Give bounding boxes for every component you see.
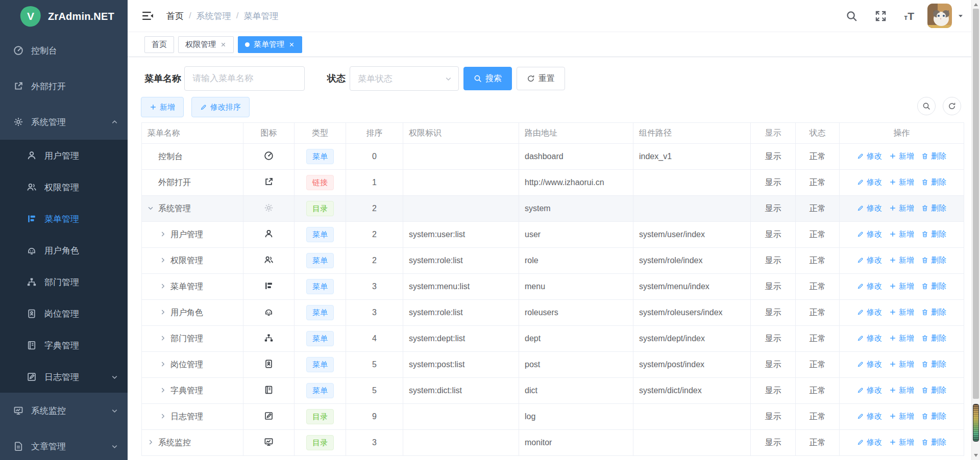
type-tag: 链接	[306, 175, 334, 190]
table-row[interactable]: 字典管理菜单5system:dict:listdictsystem/dict/i…	[142, 378, 964, 404]
delete-link[interactable]: 删除	[921, 386, 946, 395]
add-link[interactable]: 新增	[889, 255, 914, 265]
chevron-right-icon[interactable]	[159, 283, 170, 290]
sidebar-item-log-edit[interactable]: 日志管理	[0, 361, 128, 393]
add-link[interactable]: 新增	[889, 334, 914, 343]
table-row[interactable]: 日志管理目录9log显示正常修改新增删除	[142, 404, 964, 430]
search-button[interactable]: 搜索	[463, 67, 512, 90]
add-link[interactable]: 新增	[889, 386, 914, 395]
delete-link[interactable]: 删除	[921, 438, 946, 447]
sidebar-item-menu-tree[interactable]: 菜单管理	[0, 203, 128, 235]
chevron-right-icon[interactable]	[159, 413, 170, 420]
table-row[interactable]: 权限管理菜单2system:role:listrolesystem/role/i…	[142, 248, 964, 274]
table-row[interactable]: 用户角色菜单3system:role:listroleuserssystem/r…	[142, 300, 964, 326]
edit-link[interactable]: 修改	[857, 386, 882, 395]
table-row[interactable]: 部门管理菜单4system:dept:listdeptsystem/dept/i…	[142, 326, 964, 352]
sidebar-item-gear[interactable]: 系统管理	[0, 104, 128, 140]
sidebar-item-badge[interactable]: 岗位管理	[0, 298, 128, 329]
sidebar-item-robot[interactable]: 用户角色	[0, 235, 128, 266]
chevron-right-icon[interactable]	[147, 439, 158, 446]
delete-link[interactable]: 删除	[921, 334, 946, 343]
sidebar-collapse-icon[interactable]	[141, 10, 154, 21]
delete-link[interactable]: 删除	[921, 177, 946, 187]
sidebar-item-article[interactable]: 文章管理	[0, 428, 128, 460]
edit-link[interactable]: 修改	[857, 255, 882, 265]
delete-link[interactable]: 删除	[921, 229, 946, 239]
scroll-up-arrow-icon[interactable]	[974, 3, 978, 6]
table-row[interactable]: 菜单管理菜单3system:menu:listmenusystem/menu/i…	[142, 274, 964, 300]
delete-link[interactable]: 删除	[921, 255, 946, 265]
tab-view[interactable]: 权限管理	[178, 36, 234, 53]
add-link[interactable]: 新增	[889, 438, 914, 447]
search-icon[interactable]	[846, 10, 857, 22]
column-header: 路由地址	[519, 123, 633, 144]
table-refresh-button[interactable]	[943, 97, 961, 115]
table-row[interactable]: 岗位管理菜单5system:post:listpostsystem/post/i…	[142, 352, 964, 378]
breadcrumb-item[interactable]: 首页	[166, 10, 184, 22]
delete-link[interactable]: 删除	[921, 308, 946, 317]
edit-link[interactable]: 修改	[857, 203, 882, 213]
close-icon[interactable]	[288, 41, 295, 48]
add-link[interactable]: 新增	[889, 203, 914, 213]
table-row[interactable]: 用户管理菜单2system:user:listusersystem/user/i…	[142, 222, 964, 248]
chevron-right-icon[interactable]	[159, 257, 170, 264]
delete-link[interactable]: 删除	[921, 360, 946, 369]
sidebar-item-dashboard[interactable]: 控制台	[0, 33, 128, 68]
sidebar-item-dict-book[interactable]: 字典管理	[0, 329, 128, 361]
page-scrollbar[interactable]	[971, 0, 980, 460]
avatar[interactable]	[927, 4, 952, 28]
delete-link[interactable]: 删除	[921, 151, 946, 161]
tab-view[interactable]: 菜单管理	[238, 36, 302, 53]
add-link[interactable]: 新增	[889, 308, 914, 317]
plus-icon	[889, 361, 896, 368]
chevron-down-icon[interactable]	[147, 205, 158, 212]
menu-name-input[interactable]	[184, 66, 305, 91]
chevron-right-icon[interactable]	[159, 387, 170, 394]
add-link[interactable]: 新增	[889, 412, 914, 421]
table-search-button[interactable]	[917, 97, 936, 115]
scrollbar-thumb[interactable]	[973, 9, 979, 399]
fullscreen-icon[interactable]	[875, 10, 887, 22]
delete-link[interactable]: 删除	[921, 412, 946, 421]
edit-link[interactable]: 修改	[857, 360, 882, 369]
edit-link[interactable]: 修改	[857, 177, 882, 187]
sidebar-item-user[interactable]: 用户管理	[0, 140, 128, 171]
edit-link[interactable]: 修改	[857, 412, 882, 421]
close-icon[interactable]	[220, 41, 227, 48]
add-link[interactable]: 新增	[889, 360, 914, 369]
delete-link[interactable]: 删除	[921, 203, 946, 213]
add-link[interactable]: 新增	[889, 282, 914, 291]
add-link[interactable]: 新增	[889, 151, 914, 161]
cell-permission: system:user:list	[403, 222, 519, 248]
caret-down-icon[interactable]	[957, 12, 964, 19]
sidebar-item-sitemap[interactable]: 部门管理	[0, 266, 128, 298]
chevron-right-icon[interactable]	[159, 361, 170, 368]
status-select[interactable]: 菜单状态	[350, 66, 459, 91]
reset-button[interactable]: 重置	[517, 67, 565, 90]
edit-link[interactable]: 修改	[857, 308, 882, 317]
sidebar-item-label: 控制台	[31, 45, 57, 57]
table-row[interactable]: 外部打开链接1http://www.izhaorui.cn显示正常修改新增删除	[142, 170, 964, 196]
edit-link[interactable]: 修改	[857, 438, 882, 447]
add-link[interactable]: 新增	[889, 177, 914, 187]
chevron-right-icon[interactable]	[159, 309, 170, 316]
delete-link[interactable]: 删除	[921, 282, 946, 291]
chevron-right-icon[interactable]	[159, 335, 170, 342]
table-row[interactable]: 系统管理目录2system显示正常修改新增删除	[142, 196, 964, 222]
edit-link[interactable]: 修改	[857, 151, 882, 161]
font-size-icon[interactable]: тT	[904, 11, 914, 21]
chevron-right-icon[interactable]	[159, 231, 170, 238]
table-row[interactable]: 控制台菜单0dashboardindex_v1显示正常修改新增删除	[142, 144, 964, 170]
edit-link[interactable]: 修改	[857, 282, 882, 291]
add-link[interactable]: 新增	[889, 229, 914, 239]
edit-link[interactable]: 修改	[857, 334, 882, 343]
table-row[interactable]: 系统监控目录3monitor显示正常修改新增删除	[142, 430, 964, 456]
add-button[interactable]: 新增	[141, 97, 184, 117]
edit-link[interactable]: 修改	[857, 229, 882, 239]
sidebar-item-monitor[interactable]: 系统监控	[0, 393, 128, 428]
scroll-down-arrow-icon[interactable]	[974, 454, 978, 457]
edit-sort-button[interactable]: 修改排序	[191, 97, 250, 117]
sidebar-item-external-link[interactable]: 外部打开	[0, 68, 128, 104]
sidebar-item-users[interactable]: 权限管理	[0, 171, 128, 203]
tab-home[interactable]: 首页	[144, 36, 174, 53]
